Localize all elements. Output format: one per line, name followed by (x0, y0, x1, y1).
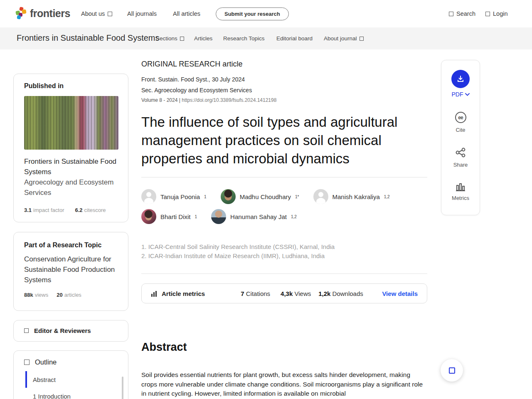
editor-reviewers-card[interactable]: Editor & Reviewers (13, 320, 128, 342)
pdf-dropdown[interactable]: PDF (452, 91, 470, 98)
author-hanuman-sahay-jat[interactable]: Hanuman Sahay Jat1,2 (211, 209, 297, 224)
article-main: ORIGINAL RESEARCH article Front. Sustain… (141, 60, 427, 399)
frontiers-logo[interactable]: frontiers (16, 7, 70, 20)
downloads-count: 1,2k Downloads (318, 290, 363, 297)
outline-item-abstract[interactable]: Abstract (25, 371, 128, 388)
sidebar-journal-section: Agroecology and Ecosystem Services (24, 177, 118, 198)
chevron-down-icon (108, 12, 112, 16)
article-type: ORIGINAL RESEARCH article (141, 60, 427, 69)
avatar (141, 209, 156, 224)
share-button[interactable]: Share (453, 147, 468, 168)
outline-item-introduction[interactable]: 1 Introduction (25, 388, 128, 399)
impact-factor-stat: 3.1impact factor (24, 207, 64, 213)
journal-cover-image[interactable] (24, 96, 118, 150)
outline-header[interactable]: Outline (14, 351, 128, 371)
brand-name: frontiers (30, 7, 70, 20)
research-topic-title[interactable]: Conservation Agriculture for Sustainable… (24, 254, 118, 285)
journal-nav-sections[interactable]: Sections (156, 27, 184, 49)
sidebar-journal-name[interactable]: Frontiers in Sustainable Food Systems (24, 156, 118, 177)
submit-research-button[interactable]: Submit your research (216, 7, 289, 20)
article-metrics-bar: Article metrics 7 Citations 4,3k Views 1… (141, 283, 427, 303)
affiliation-2: 2. ICAR-Indian Institute of Maize Resear… (141, 251, 427, 261)
metrics-label: Article metrics (162, 290, 205, 297)
download-pdf-button[interactable] (451, 70, 470, 88)
share-icon (455, 147, 466, 158)
journal-date: Front. Sustain. Food Syst., 30 July 2024 (141, 76, 427, 83)
avatar (141, 189, 156, 204)
affiliation-1: 1. ICAR-Central Soil Salinity Research I… (141, 242, 427, 251)
divider (141, 177, 427, 177)
journal-nav-articles[interactable]: Articles (194, 27, 212, 49)
article-section: Sec. Agroecology and Ecosystem Services (141, 87, 427, 94)
views-count: 4,3k Views (281, 290, 311, 297)
research-topic-card: Part of a Research Topic Conservation Ag… (13, 232, 128, 311)
abstract-text: Soil provides essential nutrients for pl… (141, 370, 427, 399)
abstract-heading: Abstract (141, 341, 427, 354)
bar-chart-icon (151, 291, 158, 297)
chat-icon (449, 367, 455, 374)
chevron-down-icon (180, 37, 184, 41)
metrics-button[interactable]: Metrics (452, 182, 469, 201)
nav-all-articles[interactable]: All articles (173, 0, 200, 27)
outline-card: Outline Abstract 1 Introduction (13, 350, 128, 399)
author-manish-kakraliya[interactable]: Manish Kakraliya1,2 (313, 189, 390, 204)
published-in-card: Published in Frontiers in Sustainable Fo… (13, 74, 128, 222)
cite-icon: ee (455, 112, 466, 123)
doi-link[interactable]: https://doi.org/10.3389/fsufs.2024.14121… (182, 97, 276, 103)
chevron-down-icon (465, 93, 470, 96)
user-icon (485, 12, 490, 16)
avatar (211, 209, 226, 224)
frontiers-logo-icon (16, 7, 27, 20)
author-bharti-dixit[interactable]: Bharti Dixit1 (141, 209, 197, 224)
article-title: The influence of soil types and agricult… (141, 113, 409, 168)
divider (141, 273, 427, 274)
topic-views-stat: 88kviews (24, 292, 48, 298)
search-button[interactable]: Search (449, 0, 475, 27)
journal-title-link[interactable]: Frontiers in Sustainable Food Systems (17, 33, 160, 43)
article-toolbar: PDF ee Cite Share Metri (441, 60, 480, 215)
author-madhu-choudhary[interactable]: Madhu Choudhary1* (221, 189, 299, 204)
published-in-heading: Published in (24, 82, 118, 90)
avatar (221, 189, 236, 204)
journal-nav-research-topics[interactable]: Research Topics (223, 27, 265, 49)
outline-scrollbar[interactable] (122, 377, 123, 399)
journal-navbar: Frontiers in Sustainable Food Systems Se… (0, 27, 532, 49)
chevron-down-icon (360, 37, 364, 41)
download-icon (456, 75, 465, 83)
login-button[interactable]: Login (485, 0, 507, 27)
avatar (313, 189, 328, 204)
citations-count: 7 Citations (241, 290, 270, 297)
search-icon (449, 12, 453, 16)
journal-nav-editorial-board[interactable]: Editorial board (276, 27, 313, 49)
author-tanuja-poonia[interactable]: Tanuja Poonia1 (141, 189, 207, 204)
view-details-link[interactable]: View details (382, 290, 418, 297)
list-icon (24, 360, 30, 365)
outline-label: Outline (35, 358, 57, 366)
citescore-stat: 6.2citescore (75, 207, 106, 213)
metrics-icon (456, 182, 466, 191)
top-navbar: frontiers About us All journals All arti… (0, 0, 532, 27)
article-page: frontiers About us All journals All arti… (0, 0, 532, 399)
volume-doi-line: Volume 8 - 2024 | https://doi.org/10.338… (141, 97, 427, 103)
research-topic-heading: Part of a Research Topic (24, 241, 118, 249)
people-icon (24, 328, 29, 333)
journal-nav-about-journal[interactable]: About journal (324, 27, 364, 49)
cite-button[interactable]: ee Cite (455, 112, 466, 133)
nav-all-journals[interactable]: All journals (127, 0, 157, 27)
feedback-fab-button[interactable] (441, 359, 463, 382)
topic-articles-stat: 20articles (57, 292, 81, 298)
editor-reviewers-label: Editor & Reviewers (34, 327, 91, 334)
nav-about-us[interactable]: About us (81, 0, 112, 27)
